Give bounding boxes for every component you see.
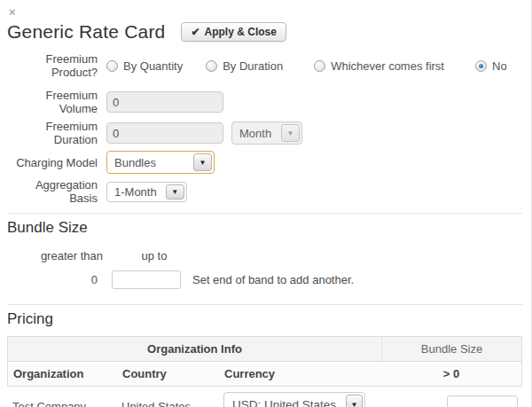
bundle-size-group-header: Bundle Size — [381, 337, 521, 361]
country-column-header: Country — [117, 362, 219, 386]
freemium-duration-input[interactable] — [106, 122, 223, 144]
country-cell: United States — [116, 393, 218, 407]
radio-option-whichever-first[interactable]: Whichever comes first — [314, 59, 444, 73]
chevron-down-icon: ▼ — [346, 395, 363, 407]
duration-unit-value: Month — [232, 127, 279, 140]
freemium-radio-group: By Quantity By Duration Whichever comes … — [106, 59, 522, 73]
band-end-input[interactable] — [112, 270, 181, 289]
band-start-value: 0 — [7, 273, 98, 286]
currency-value: USD: United States — [224, 398, 344, 407]
aggregation-basis-select[interactable]: 1-Month ▼ — [106, 182, 187, 202]
radio-icon[interactable] — [314, 60, 325, 72]
section-divider — [7, 304, 522, 305]
freemium-duration-label: Freemium Duration — [7, 120, 106, 146]
aggregation-basis-label: Aggregation Basis — [7, 178, 106, 205]
radio-icon[interactable] — [206, 60, 217, 72]
charging-model-value: Bundles — [107, 156, 192, 169]
greater-than-header: greater than — [7, 249, 103, 262]
radio-option-by-duration[interactable]: By Duration — [206, 59, 283, 73]
charging-model-row: Charging Model Bundles ▼ — [7, 151, 522, 174]
freemium-product-label: Freemium Product? — [7, 52, 106, 79]
check-icon: ✔ — [191, 26, 200, 38]
organization-cell: Test Company — [7, 393, 116, 407]
radio-label: By Duration — [223, 59, 283, 73]
aggregation-basis-row: Aggregation Basis 1-Month ▼ — [7, 178, 522, 205]
freemium-volume-row: Freemium Volume — [7, 89, 522, 115]
charging-model-label: Charging Model — [7, 156, 106, 169]
radio-icon-selected[interactable] — [475, 60, 487, 72]
radio-option-by-quantity[interactable]: By Quantity — [106, 59, 183, 73]
page-title: Generic Rate Card — [7, 21, 165, 43]
chevron-down-icon: ▼ — [193, 153, 212, 171]
radio-option-no[interactable]: No — [475, 59, 507, 73]
up-to-header: up to — [112, 249, 197, 262]
radio-icon[interactable] — [106, 60, 118, 72]
pricing-title: Pricing — [7, 310, 522, 328]
duration-unit-select[interactable]: Month ▼ — [231, 121, 302, 145]
section-divider — [7, 213, 522, 214]
header: Generic Rate Card ✔ Apply & Close — [7, 21, 522, 43]
organization-info-group-header: Organization Info — [8, 337, 381, 361]
currency-column-header: Currency — [219, 362, 381, 386]
currency-cell: USD: United States ▼ — [218, 388, 380, 407]
close-icon[interactable]: × — [7, 6, 18, 19]
pricing-table: Organization Info Bundle Size Organizati… — [7, 336, 522, 387]
chevron-down-icon: ▼ — [281, 124, 300, 142]
apply-close-label: Apply & Close — [205, 26, 277, 38]
radio-label: By Quantity — [123, 59, 183, 73]
bundle-size-title: Bundle Size — [7, 219, 522, 237]
rate-card-panel: × Generic Rate Card ✔ Apply & Close Free… — [0, 0, 531, 407]
band-headers: greater than up to — [7, 249, 522, 262]
aggregation-basis-value: 1-Month — [107, 185, 164, 199]
pricing-column-header-row: Organization Country Currency > 0 — [8, 362, 521, 386]
currency-select[interactable]: USD: United States ▼ — [223, 392, 365, 407]
organization-column-header: Organization — [8, 362, 117, 386]
bundle-price-cell — [380, 392, 522, 407]
freemium-product-row: Freemium Product? By Quantity By Duratio… — [7, 52, 522, 79]
apply-close-button-top[interactable]: ✔ Apply & Close — [181, 22, 286, 42]
freemium-duration-row: Freemium Duration Month ▼ — [7, 120, 522, 146]
chevron-down-icon: ▼ — [166, 184, 184, 200]
pricing-group-header-row: Organization Info Bundle Size — [8, 337, 521, 362]
bundle-price-input[interactable] — [447, 395, 518, 407]
freemium-volume-input[interactable] — [106, 91, 223, 113]
freemium-volume-label: Freemium Volume — [7, 89, 106, 115]
charging-model-select[interactable]: Bundles ▼ — [106, 151, 215, 174]
radio-label: No — [492, 59, 507, 73]
bundle-band-column-header: > 0 — [381, 362, 521, 386]
radio-label: Whichever comes first — [331, 59, 444, 73]
band-hint-text: Set end of band to add another. — [192, 273, 354, 286]
table-row: Test Company United States USD: United S… — [7, 388, 522, 407]
band-row: 0 Set end of band to add another. — [7, 270, 522, 289]
pricing-table-body: Test Company United States USD: United S… — [7, 388, 522, 407]
